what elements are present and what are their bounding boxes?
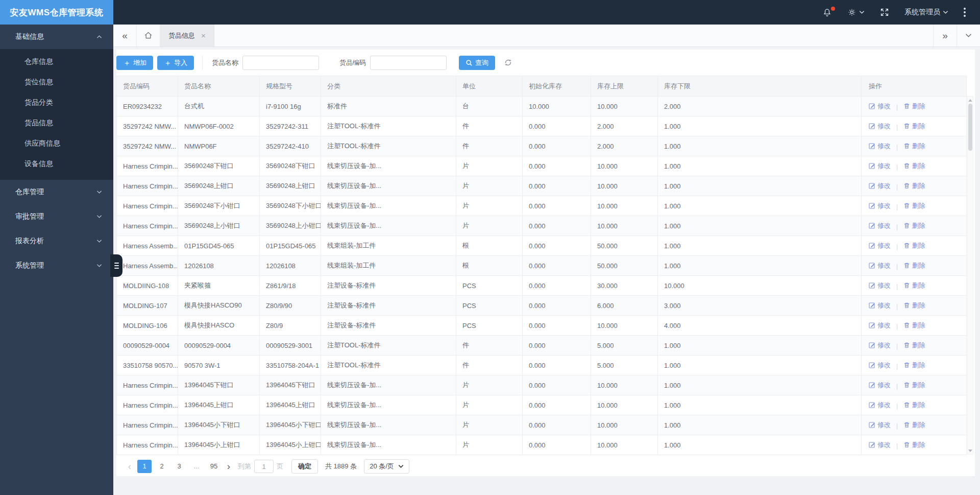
tab-options-button[interactable] [957, 25, 980, 46]
edit-link[interactable]: 修改 [869, 161, 891, 171]
delete-link[interactable]: 删除 [903, 361, 925, 370]
cell-goods-code: Harness Assemb... [117, 256, 178, 276]
sidebar-subitem[interactable]: 货品分类 [0, 92, 113, 112]
sidebar-subitem[interactable]: 货品信息 [0, 112, 113, 133]
cell-spec-model: 35690248下钳口 [260, 156, 321, 176]
cell-spec-model: 13964045上钳口 [260, 395, 321, 415]
delete-link[interactable]: 删除 [903, 142, 925, 151]
settings-menu-button[interactable] [847, 8, 865, 17]
table-scrollbar[interactable] [967, 96, 973, 455]
cell-spec-model: Z80/9 [260, 316, 321, 336]
notifications-button[interactable] [822, 8, 832, 17]
tab-goods-info[interactable]: 货品信息 × [160, 25, 214, 46]
edit-link[interactable]: 修改 [869, 341, 891, 350]
collapse-tabs-left-button[interactable]: « [113, 25, 137, 46]
edit-link[interactable]: 修改 [869, 281, 891, 290]
sidebar-section[interactable]: 报表分析 [0, 229, 113, 253]
sidebar-section[interactable]: 系统管理 [0, 253, 113, 278]
sidebar-collapse-handle[interactable] [110, 254, 122, 277]
home-tab-button[interactable] [137, 25, 160, 46]
delete-link[interactable]: 删除 [903, 161, 925, 171]
edit-link[interactable]: 修改 [869, 261, 891, 270]
delete-link[interactable]: 删除 [903, 261, 925, 270]
close-icon[interactable]: × [201, 31, 206, 40]
delete-link[interactable]: 删除 [903, 201, 925, 210]
delete-link[interactable]: 删除 [903, 381, 925, 390]
delete-link[interactable]: 删除 [903, 400, 925, 410]
search-button[interactable]: 查询 [459, 56, 495, 70]
cell-unit: 件 [456, 116, 523, 136]
goods-name-input[interactable] [242, 56, 319, 70]
delete-link[interactable]: 删除 [903, 102, 925, 111]
sidebar-subitem[interactable]: 供应商信息 [0, 133, 113, 153]
delete-link[interactable]: 删除 [903, 281, 925, 290]
cell-unit: PCS [456, 316, 523, 336]
delete-link[interactable]: 删除 [903, 301, 925, 310]
scrollbar-thumb[interactable] [968, 104, 972, 151]
edit-link[interactable]: 修改 [869, 400, 891, 410]
cell-upper-limit: 10.000 [591, 196, 658, 216]
delete-link[interactable]: 删除 [903, 241, 925, 250]
refresh-icon[interactable] [503, 58, 513, 67]
cell-actions: 修改 | 删除 [862, 356, 967, 375]
edit-link[interactable]: 修改 [869, 321, 891, 330]
page-button[interactable]: 2 [155, 460, 169, 473]
edit-link[interactable]: 修改 [869, 102, 891, 111]
edit-link[interactable]: 修改 [869, 420, 891, 430]
scroll-down-arrow[interactable] [968, 447, 973, 454]
user-menu[interactable]: 系统管理员 [904, 8, 948, 17]
fullscreen-button[interactable] [880, 8, 889, 17]
edit-link[interactable]: 修改 [869, 181, 891, 191]
pagination-bar: ‹ 123...95 › 到第 页 确定 共 1889 条 20 条/页 [116, 459, 975, 474]
edit-icon [869, 302, 875, 309]
page-size-select[interactable]: 20 条/页 [364, 459, 409, 474]
import-button[interactable]: ＋导入 [157, 56, 194, 70]
edit-link[interactable]: 修改 [869, 142, 891, 151]
delete-link[interactable]: 删除 [903, 122, 925, 131]
edit-link[interactable]: 修改 [869, 440, 891, 450]
page-button[interactable]: 95 [207, 460, 221, 473]
edit-link[interactable]: 修改 [869, 201, 891, 210]
delete-link[interactable]: 删除 [903, 181, 925, 191]
more-menu-button[interactable] [964, 8, 966, 17]
edit-link[interactable]: 修改 [869, 301, 891, 310]
table-row: Harness Crimpin... 13964045下钳口 13964045下… [117, 375, 967, 395]
sidebar-subitem[interactable]: 设备信息 [0, 153, 113, 174]
next-page-button[interactable]: › [223, 460, 235, 473]
add-button[interactable]: ＋增加 [116, 56, 153, 70]
confirm-page-button[interactable]: 确定 [291, 459, 318, 474]
delete-link[interactable]: 删除 [903, 321, 925, 330]
table-row: MOLDING-106 模具快接HASCO Z80/9 注塑设备-标准件 PCS… [117, 316, 967, 336]
sidebar-menu: 基础信息 仓库信息货位信息货品分类货品信息供应商信息设备信息 仓库管理 审批管理… [0, 25, 113, 278]
sidebar-section-label: 系统管理 [15, 261, 44, 270]
edit-link[interactable]: 修改 [869, 221, 891, 230]
prev-page-button[interactable]: ‹ [124, 460, 136, 473]
sidebar-section[interactable]: 基础信息 [0, 25, 113, 49]
cell-lower-limit: 1.000 [658, 216, 862, 236]
edit-icon [869, 262, 875, 269]
cell-category: 线束切压设备-加... [321, 435, 456, 455]
goods-code-input[interactable] [370, 56, 447, 70]
page-button[interactable]: 1 [137, 460, 152, 473]
sidebar-section[interactable]: 审批管理 [0, 204, 113, 229]
delete-link[interactable]: 删除 [903, 440, 925, 450]
edit-link[interactable]: 修改 [869, 361, 891, 370]
edit-link[interactable]: 修改 [869, 241, 891, 250]
cell-init-stock: 0.000 [523, 415, 591, 435]
table-row: Harness Assemb... 12026108 12026108 线束组装… [117, 256, 967, 276]
cell-category: 线束切压设备-加... [321, 395, 456, 415]
sidebar-section[interactable]: 仓库管理 [0, 180, 113, 204]
scroll-up-arrow[interactable] [968, 97, 973, 103]
delete-link[interactable]: 删除 [903, 341, 925, 350]
page-button[interactable]: 3 [172, 460, 186, 473]
sidebar-subitem[interactable]: 货位信息 [0, 72, 113, 92]
edit-link[interactable]: 修改 [869, 381, 891, 390]
sidebar-subitem[interactable]: 仓库信息 [0, 51, 113, 72]
cell-upper-limit: 10.000 [591, 375, 658, 395]
delete-link[interactable]: 删除 [903, 221, 925, 230]
sidebar-section-label: 基础信息 [15, 32, 44, 41]
delete-link[interactable]: 删除 [903, 420, 925, 430]
goto-page-input[interactable] [254, 460, 274, 473]
scroll-tabs-right-button[interactable]: » [933, 25, 957, 46]
edit-link[interactable]: 修改 [869, 122, 891, 131]
